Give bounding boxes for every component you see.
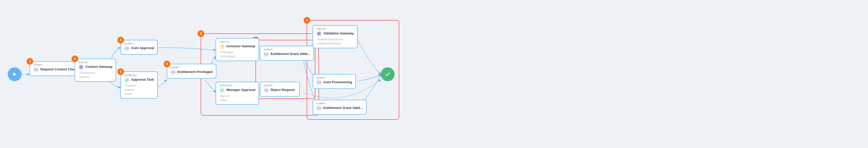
svg-rect-4 [81,67,83,69]
script-icon-8eg [316,105,322,111]
script-icon-3 [124,45,130,51]
node-entitlement-grant-valid-8[interactable]: SCRIPT Entitlement Grant Valid... [313,100,367,115]
node-2-title: Context Gateway [85,65,113,69]
approval-icon-6b [219,87,225,93]
node-6b-type: APPROVAL [219,84,255,87]
node-auto-provisioning[interactable]: SCRIPT Auto Provisioning [313,74,356,89]
node-manager-approval[interactable]: APPROVAL Manager Approval Approve Reject [216,82,259,105]
node-6-type: SWITCH [219,41,255,43]
node-7b-title: Reject Request [271,88,295,92]
svg-rect-12 [319,32,320,34]
node-entitlement-grant-valid[interactable]: SCRIPT Entitlement Grant Valid... [260,46,314,61]
node-6-title: Inclusive Gateway [226,44,255,48]
badge-3: 3 [117,37,124,43]
node-4-title: Approval Task [131,78,154,81]
svg-marker-0 [13,72,17,76]
script-icon-1 [33,67,39,72]
node-4-outputs: Expiration Approve Reject [124,84,154,96]
node-8vg-type: IF/ELSE [316,28,354,30]
svg-rect-3 [80,67,81,69]
node-7-type: SCRIPT [264,48,310,51]
end-node[interactable] [381,67,395,81]
node-6-outputs: Priviledged NotPrivileged [219,50,255,59]
node-3-type: SCRIPT [124,42,154,45]
badge-4: 4 [117,68,124,75]
badge-5: 5 [164,61,170,67]
node-auto-approval[interactable]: 3 SCRIPT Auto Approval [120,40,158,55]
svg-rect-1 [80,66,81,67]
node-4-type: APPROVAL [124,74,154,77]
node-7-title: Entitlement Grant Valid... [271,52,310,56]
svg-rect-11 [318,32,319,34]
group-6-badge: 6 [197,30,204,37]
ifelse-icon-8vg [316,31,322,36]
node-1-type: SCRIPT [33,64,78,66]
node-8ap-type: SCRIPT [316,77,352,79]
node-8eg-type: SCRIPT [316,102,363,105]
node-reject-request[interactable]: SCRIPT Reject Request [260,82,300,97]
script-icon-8ap [316,80,322,85]
svg-rect-14 [319,34,320,35]
node-2-type: IF/ELSE [78,61,113,64]
node-8eg-title: Entitlement Grant Valid... [323,106,363,110]
node-1-title: Request Context Check [40,67,78,71]
node-3-title: Auto Approval [131,46,154,50]
node-request-context-check[interactable]: 1 SCRIPT Request Context Check [30,61,82,76]
node-8vg-outputs: validationFlowSuccess validationFlowFail… [316,38,354,46]
node-context-gateway[interactable]: 2 IF/ELSE Context Gateway AutoApproval A… [74,59,116,82]
script-icon-7b [264,87,269,93]
node-approval-task[interactable]: 4 APPROVAL Approval Task Expiration Appr… [120,71,158,99]
script-icon-5 [170,69,176,75]
svg-rect-2 [81,66,83,67]
node-inclusive-gateway[interactable]: SWITCH Inclusive Gateway Priviledged Not… [216,38,259,61]
node-6b-title: Manager Approval [226,88,255,92]
badge-2: 2 [71,56,78,62]
node-7b-type: SCRIPT [264,84,296,87]
workflow-canvas: 6 7 8 1 SCRIPT Request Context Check 2 I… [0,0,868,148]
script-icon-7 [264,51,269,57]
ifelse-icon-2 [78,64,84,70]
node-2-outputs: AutoApproval Approval [78,71,113,79]
node-entitlement-privileged[interactable]: 5 SCRIPT Entitlement Privileged [167,64,216,79]
switch-icon-6 [219,44,225,49]
node-validation-gateway[interactable]: IF/ELSE Validation Gateway validationFlo… [313,25,358,48]
node-8vg-title: Validation Gateway [323,31,354,35]
node-5-type: SCRIPT [170,66,213,69]
approval-icon-4 [124,77,130,83]
node-8ap-title: Auto Provisioning [323,80,352,84]
svg-rect-13 [318,34,319,35]
badge-1: 1 [27,58,33,65]
node-6b-outputs: Approve Reject [219,94,255,102]
start-node[interactable] [8,67,22,81]
node-5-title: Entitlement Privileged [178,70,213,74]
group-8-badge: 8 [304,17,310,24]
